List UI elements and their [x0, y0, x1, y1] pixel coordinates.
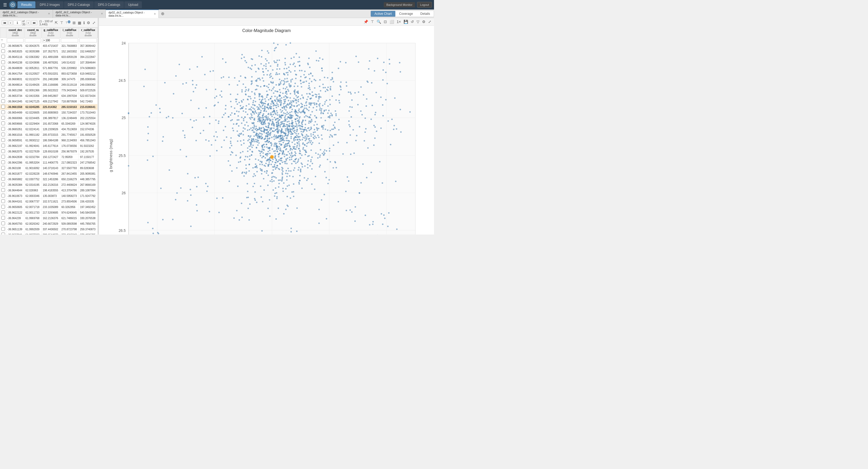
row-checkbox[interactable] [1, 111, 5, 114]
columns-icon[interactable]: ⊞ [72, 20, 76, 25]
filter-icon[interactable]: ⊤ [60, 20, 64, 25]
chart-tab-details[interactable]: Details [416, 11, 434, 17]
row-checkbox[interactable] [1, 127, 5, 131]
table-row[interactable]: -36.966219761.9924041145.6177614176.0736… [0, 143, 98, 149]
chart-filter2-icon[interactable]: ▽ [416, 19, 420, 24]
pager-first-button[interactable]: ⏮ [2, 20, 8, 25]
row-checkbox[interactable] [1, 222, 5, 225]
row-checkbox[interactable] [1, 171, 5, 175]
row-checkbox[interactable] [1, 227, 5, 231]
row-checkbox[interactable] [1, 149, 5, 153]
row-checkbox[interactable] [1, 83, 5, 86]
doc-tab-2[interactable]: dp02_dc2_catalogs.Object - data-int.ls..… [53, 9, 106, 18]
filter-r-calib[interactable] [79, 38, 98, 43]
row-checkbox[interactable] [1, 105, 5, 108]
table-row[interactable]: -36.965449962.0226605193.8080903150.7194… [0, 110, 98, 116]
table-row[interactable]: -36.966588262.0307752322.1453286650.2166… [0, 177, 98, 182]
row-checkbox[interactable] [1, 116, 5, 120]
table-row[interactable]: -36.965859161.9930212186.5964188968.2134… [0, 137, 98, 143]
table-row[interactable]: -36.965373462.0415356249.9452807634.1997… [0, 93, 98, 99]
hamburger-icon[interactable]: ☰ [2, 1, 8, 8]
table-options-icon[interactable]: ▦ [77, 20, 82, 25]
table-row[interactable]: -36.96310861.9016092140.3718143327.55077… [0, 165, 98, 171]
table-row[interactable]: -36.964464462.026963198.4183555413.37047… [0, 188, 98, 193]
row-checkbox[interactable] [1, 205, 5, 209]
table-row[interactable]: -36.965966662.0229404191.657206865.33402… [0, 121, 98, 126]
table-row[interactable]: -36.964523862.0243696106.4878281149.5141… [0, 60, 98, 65]
table-row[interactable]: -36.964416162.0067737102.5711621273.8554… [0, 199, 98, 204]
col-header-coord-ra[interactable]: coord_ra (deg) double [24, 28, 41, 38]
save-icon[interactable]: 💾 [403, 19, 409, 24]
table-row[interactable]: -36.962212262.0011733217.5269685974.6240… [0, 210, 98, 215]
table-row[interactable]: -36.964239661.9953204111.4406775217.0802… [0, 160, 98, 165]
table-row[interactable]: -36.966006662.0234405196.3897817136.2248… [0, 116, 98, 121]
table-row[interactable]: -36.964175462.0120927470.5910201893.6273… [0, 71, 98, 76]
row-checkbox[interactable] [1, 144, 5, 148]
chart-tab-active[interactable]: Active Chart [371, 11, 395, 17]
col-header-i-calib-flux[interactable]: i_calibFlux (nJy) double [60, 28, 79, 38]
pin-icon[interactable]: 📌 [363, 19, 369, 24]
table-row[interactable]: -36.964883962.0052811571.8067791530.2209… [0, 65, 98, 71]
tab-dp03-catalogs[interactable]: DP0.3 Catalogs [94, 1, 124, 8]
table-row[interactable]: -36.966535162.0224141128.2339026434.7513… [0, 126, 98, 132]
row-checkbox[interactable] [1, 166, 5, 170]
refresh-icon[interactable]: ↺ [410, 19, 414, 24]
chart-tab-coverage[interactable]: Coverage [395, 11, 416, 17]
row-checkbox[interactable] [1, 122, 5, 125]
table-row[interactable]: -36.964194562.0427125409.2127942718.8879… [0, 99, 98, 104]
row-checkbox[interactable] [1, 160, 5, 164]
add-doc-tab-button[interactable]: ⊕ [159, 11, 166, 16]
zoom-select-icon[interactable]: ⊡ [383, 19, 388, 24]
filter-coord-dec[interactable] [6, 38, 24, 43]
row-checkbox[interactable] [1, 55, 5, 59]
chart-filter-icon[interactable]: ⊤ [370, 19, 374, 24]
row-checkbox[interactable] [1, 233, 5, 234]
filter-coord-ra[interactable] [24, 38, 41, 43]
row-checkbox[interactable] [1, 216, 5, 220]
tab-dp02-catalogs[interactable]: DP0.2 Catalogs [64, 1, 94, 8]
table-row[interactable]: -36.966155862.0245285225.014362285.51501… [0, 104, 98, 110]
row-checkbox[interactable] [1, 133, 5, 136]
table-row[interactable]: -36.965139862.0091366285.5022022779.3433… [0, 88, 98, 93]
row-checkbox[interactable] [1, 88, 5, 92]
row-checkbox[interactable] [1, 44, 5, 48]
chart-settings-icon[interactable]: ⚙ [422, 19, 426, 24]
table-row[interactable]: -36.966207562.0227639128.6910108256.9679… [0, 149, 98, 154]
pager-page-input[interactable] [13, 20, 22, 25]
chart-expand-icon[interactable]: ⤢ [428, 19, 432, 24]
zoom-out-icon[interactable]: 🔍 [376, 19, 381, 24]
pager-next-button[interactable]: › [26, 20, 30, 25]
expand-icon[interactable]: ⤢ [92, 20, 96, 25]
table-row[interactable]: -36.963784161.9977223300.1544973372.4315… [0, 232, 98, 235]
table-row[interactable]: -36.966983162.0132374291.2481998309.1474… [0, 76, 98, 82]
col-header-coord-dec[interactable]: coord_dec (deg) double [6, 28, 24, 38]
doc-tab-3-close[interactable]: ✕ [154, 12, 156, 15]
table-row[interactable]: -36.965060562.0071718233.103508960.32628… [0, 204, 98, 210]
filter-badge-icon[interactable]: ⊤1 [65, 20, 71, 25]
table-row[interactable]: -36.963538462.0316195162.2136316272.4406… [0, 182, 98, 188]
row-checkbox[interactable] [1, 138, 5, 142]
table-row[interactable]: -36.963187762.0228228148.6740946267.8413… [0, 171, 98, 177]
background-monitor-button[interactable]: Background Monitor [384, 2, 415, 7]
row-checkbox[interactable] [1, 211, 5, 214]
row-checkbox[interactable] [1, 194, 5, 197]
table-row[interactable]: -36.961067362.0003346135.003873140.59582… [0, 193, 98, 199]
row-checkbox[interactable] [1, 77, 5, 81]
logout-button[interactable]: Logout [417, 2, 432, 8]
zoom-reset-icon[interactable]: 1× [396, 19, 401, 24]
row-checkbox[interactable] [1, 60, 5, 64]
table-row[interactable]: -36.966101661.9901182205.9733315291.7745… [0, 132, 98, 137]
row-checkbox[interactable] [1, 183, 5, 186]
row-checkbox[interactable] [1, 177, 5, 181]
row-checkbox[interactable] [1, 188, 5, 192]
pager-prev-button[interactable]: ‹ [8, 20, 13, 25]
row-checkbox[interactable] [1, 155, 5, 159]
table-row[interactable]: -36.964579362.0026342240.6672929509.0893… [0, 221, 98, 226]
info-icon[interactable]: ℹ [83, 20, 85, 25]
col-header-r-calib-flux[interactable]: r_calibFlux (nJy) double [79, 28, 98, 38]
tab-results[interactable]: Results [18, 1, 35, 8]
table-row[interactable]: -36.965113961.9992939337.4436502270.8723… [0, 226, 98, 232]
row-checkbox[interactable] [1, 71, 5, 75]
tab-upload[interactable]: Upload [124, 1, 142, 8]
table-row[interactable]: -36.965302562.0035388107.3527571152.1603… [0, 49, 98, 54]
